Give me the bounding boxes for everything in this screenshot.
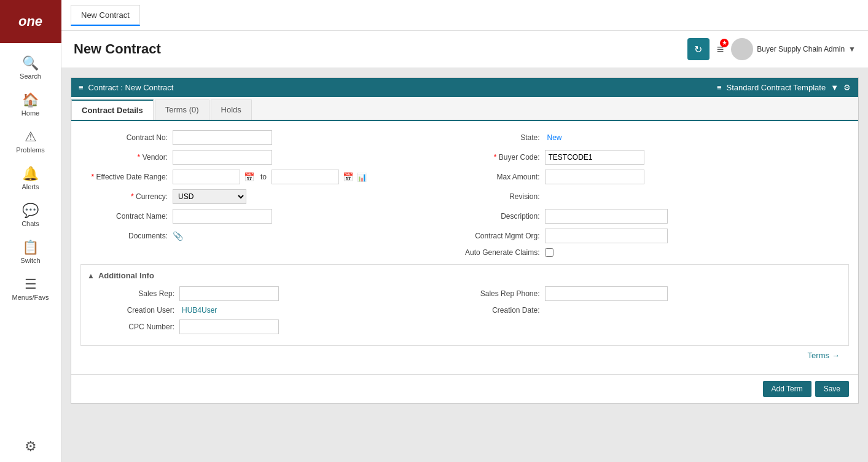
- toggle-additional-info-button[interactable]: ▲: [87, 272, 95, 280]
- header-actions: ↻ ≡ ★ Buyer Supply Chain Admin ▼: [687, 38, 856, 60]
- user-avatar: [731, 38, 753, 60]
- max-amount-label: Max Amount:: [465, 173, 545, 181]
- contract-no-input[interactable]: [173, 130, 272, 145]
- form-col-contract-no: Contract No:: [80, 130, 465, 145]
- home-icon: 🏠: [22, 92, 39, 108]
- cpc-number-input[interactable]: [179, 319, 279, 334]
- sales-rep-phone-input[interactable]: [545, 286, 668, 301]
- sidebar-item-settings[interactable]: ⚙: [0, 433, 61, 462]
- form-row-sales-rep: Sales Rep: Sales Rep Phone:: [87, 286, 842, 301]
- alerts-icon: 🔔: [22, 166, 39, 182]
- sidebar-item-search[interactable]: 🔍 Search: [0, 49, 61, 86]
- form-row-creation-user: Creation User: HUB4User Creation Date:: [87, 306, 842, 315]
- settings-icon: ⚙: [25, 439, 37, 455]
- contract-mgmt-org-input[interactable]: [545, 229, 668, 243]
- effective-date-from-input[interactable]: [173, 170, 240, 184]
- creation-user-label: Creation User:: [87, 306, 179, 315]
- sidebar-label-switch: Switch: [20, 257, 40, 264]
- form-col-dates: * Effective Date Range: 📅 to 📅 📊: [80, 170, 465, 184]
- sidebar-item-problems[interactable]: ⚠ Problems: [0, 123, 61, 160]
- state-value: New: [545, 133, 562, 142]
- contract-panel: ≡ Contract : New Contract ≡ Standard Con…: [71, 77, 859, 404]
- form-col-vendor: * Vendor:: [80, 150, 465, 165]
- form-col-documents: Documents: 📎: [80, 231, 465, 241]
- sidebar-item-home[interactable]: 🏠 Home: [0, 86, 61, 123]
- form-tabs: Contract Details Terms (0) Holds: [71, 97, 858, 121]
- sidebar-item-menus[interactable]: ☰ Menus/Favs: [0, 270, 61, 307]
- chats-icon: 💬: [22, 203, 39, 219]
- menus-icon: ☰: [25, 276, 37, 292]
- date-extra-button[interactable]: 📊: [357, 173, 367, 182]
- save-button[interactable]: Save: [815, 381, 849, 397]
- calendar-from-button[interactable]: 📅: [243, 172, 256, 182]
- sidebar-item-alerts[interactable]: 🔔 Alerts: [0, 160, 61, 197]
- documents-icon-button[interactable]: 📎: [173, 231, 183, 241]
- panel-header-left: ≡ Contract : New Contract: [79, 83, 173, 92]
- additional-info-section: ▲ Additional Info Sales Rep: Sales Rep P…: [80, 264, 849, 346]
- user-dropdown[interactable]: Buyer Supply Chain Admin ▼: [731, 38, 856, 60]
- max-amount-input[interactable]: [545, 170, 644, 184]
- tab-label: New Contract: [81, 10, 130, 20]
- panel-list-icon: ≡: [79, 83, 84, 92]
- add-term-button[interactable]: Add Term: [763, 381, 811, 397]
- sidebar-label-alerts: Alerts: [22, 183, 39, 190]
- tab-contract-details-label: Contract Details: [82, 106, 143, 115]
- template-dropdown-arrow[interactable]: ▼: [831, 83, 839, 92]
- buyer-code-input[interactable]: [545, 150, 644, 165]
- form-col-currency: * Currency: USD EUR GBP CAD: [80, 189, 465, 204]
- save-label: Save: [824, 385, 840, 393]
- cpc-number-label: CPC Number:: [87, 323, 179, 331]
- auto-generate-checkbox[interactable]: [545, 248, 553, 257]
- description-input[interactable]: [545, 209, 668, 224]
- panel-header: ≡ Contract : New Contract ≡ Standard Con…: [71, 78, 858, 97]
- form-col-creation-date: Creation Date:: [465, 306, 843, 315]
- revision-label: Revision:: [465, 192, 545, 201]
- form-row-cpc-number: CPC Number:: [87, 319, 842, 334]
- form-col-contract-mgmt-org: Contract Mgmt Org:: [465, 229, 850, 243]
- form-col-buyer-code: * Buyer Code:: [465, 150, 850, 165]
- page-header: New Contract ↻ ≡ ★ Buyer Supply Chain Ad…: [61, 31, 868, 68]
- effective-date-to-input[interactable]: [272, 170, 339, 184]
- main-content: New Contract New Contract ↻ ≡ ★ Buyer Su…: [61, 0, 868, 462]
- user-dropdown-arrow: ▼: [848, 45, 856, 53]
- switch-icon: 📋: [22, 240, 39, 256]
- form-footer: Add Term Save: [71, 374, 858, 403]
- sidebar-item-switch[interactable]: 📋 Switch: [0, 233, 61, 270]
- form-col-description: Description:: [465, 209, 850, 224]
- to-label: to: [258, 173, 269, 181]
- template-label: Standard Contract Template: [726, 83, 826, 92]
- sidebar-label-search: Search: [20, 72, 41, 80]
- currency-label: * Currency:: [80, 192, 173, 201]
- contract-mgmt-org-label: Contract Mgmt Org:: [465, 232, 545, 240]
- form-row-contract-no: Contract No: State: New: [80, 130, 849, 145]
- vendor-input[interactable]: [173, 150, 272, 165]
- tab-terms[interactable]: Terms (0): [155, 100, 209, 120]
- content-area: ≡ Contract : New Contract ≡ Standard Con…: [61, 68, 868, 462]
- active-tab[interactable]: New Contract: [71, 5, 140, 26]
- menu-button[interactable]: ≡ ★: [717, 42, 724, 57]
- form-row-documents: Documents: 📎 Contract Mgmt Org:: [80, 229, 849, 243]
- tab-terms-label: Terms (0): [165, 105, 199, 114]
- calendar-to-button[interactable]: 📅: [342, 172, 354, 182]
- form-col-sales-rep-phone: Sales Rep Phone:: [465, 286, 843, 301]
- sales-rep-input[interactable]: [179, 286, 279, 301]
- currency-select[interactable]: USD EUR GBP CAD: [173, 189, 246, 204]
- form-col-max-amount: Max Amount:: [465, 170, 850, 184]
- refresh-button[interactable]: ↻: [687, 38, 710, 60]
- form-col-auto-generate: Auto Generate Claims:: [465, 248, 850, 257]
- documents-label: Documents:: [80, 232, 173, 240]
- tab-holds[interactable]: Holds: [211, 100, 252, 120]
- vendor-label: * Vendor:: [80, 153, 173, 162]
- sidebar-item-chats[interactable]: 💬 Chats: [0, 197, 61, 233]
- form-col-sales-rep: Sales Rep:: [87, 286, 465, 301]
- panel-settings-icon[interactable]: ⚙: [843, 83, 851, 92]
- sidebar-label-chats: Chats: [22, 220, 39, 227]
- sidebar: one 🔍 Search 🏠 Home ⚠ Problems 🔔 Alerts …: [0, 0, 61, 462]
- form-col-revision: Revision:: [465, 192, 850, 201]
- template-icon: ≡: [717, 83, 722, 92]
- terms-link-area[interactable]: Terms →: [80, 346, 849, 365]
- tab-contract-details[interactable]: Contract Details: [71, 100, 154, 120]
- app-logo[interactable]: one: [0, 0, 61, 43]
- contract-name-input[interactable]: [173, 209, 272, 224]
- sales-rep-phone-label: Sales Rep Phone:: [465, 289, 545, 298]
